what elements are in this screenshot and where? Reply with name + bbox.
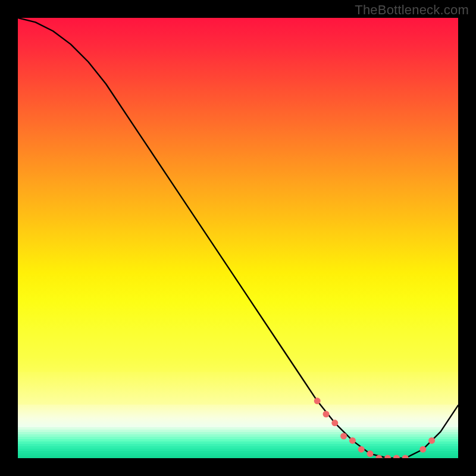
highlight-dot <box>402 455 409 459</box>
highlight-dot <box>428 437 435 444</box>
plot-area <box>18 18 458 458</box>
watermark-label: TheBottleneck.com <box>355 2 469 18</box>
highlight-dots <box>314 397 435 458</box>
bottleneck-curve <box>18 18 458 458</box>
curve-layer <box>18 18 458 458</box>
highlight-dot <box>323 411 330 418</box>
highlight-dot <box>367 450 374 457</box>
chart-frame: TheBottleneck.com <box>0 0 476 476</box>
highlight-dot <box>419 446 426 453</box>
highlight-dot <box>358 446 365 453</box>
highlight-dot <box>384 455 391 459</box>
highlight-dot <box>340 433 347 440</box>
highlight-dot <box>331 419 338 426</box>
highlight-dot <box>314 397 321 404</box>
highlight-dot <box>393 455 400 459</box>
highlight-dot <box>349 437 356 444</box>
